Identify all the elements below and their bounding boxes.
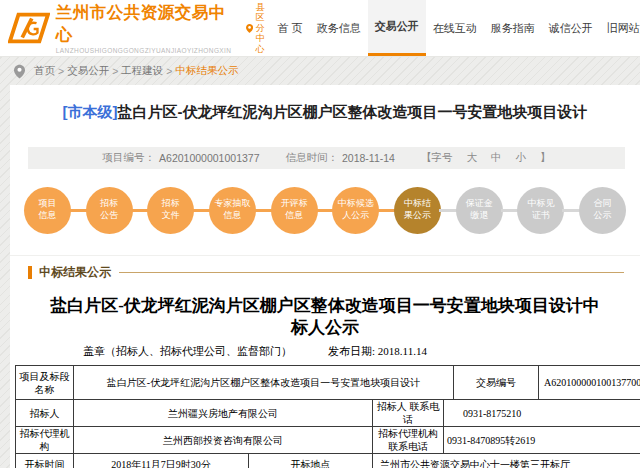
row-label: 项目及标段名称: [16, 366, 74, 399]
step-contract-publicity[interactable]: 合同公示: [579, 187, 626, 234]
section-accent-bar: [28, 266, 32, 279]
breadcrumb-current: 中标结果公示: [175, 64, 238, 78]
row-label2: 开标地点: [249, 454, 373, 468]
brand: 兰州市公共资源交易中心 LANZHOUSHIGONGGONGZIYUANJIAO…: [8, 2, 234, 54]
step-connector: [69, 209, 88, 212]
nav-home[interactable]: 首 页: [271, 0, 310, 56]
breadcrumb-trade-disclosure[interactable]: 交易公开: [67, 64, 109, 78]
stamp-note: 盖章（招标人、招标代理公司、监督部门）: [83, 344, 292, 359]
breadcrumb: 首页 > 交易公开 > 工程建设 > 中标结果公示: [0, 57, 640, 85]
district-subcenter-label: 县区 分中心: [256, 2, 271, 54]
row-label2: 招标代理机构 联系电话: [373, 427, 444, 453]
project-name-value: 盐白片区-伏龙坪红泥沟片区棚户区整体改造项目一号安置地块项目设计: [74, 366, 454, 399]
step-bid-opening[interactable]: 开评标信息: [271, 187, 318, 234]
notice-table-wrap: 项目及标段名称 盐白片区-伏龙坪红泥沟片区棚户区整体改造项目一号安置地块项目设计…: [15, 365, 640, 468]
agency-value: 兰州西部投资咨询有限公司: [74, 427, 373, 453]
row-label2: 招标人 联系电话: [373, 400, 444, 426]
nav-integrity-disclosure[interactable]: 诚信公开: [542, 0, 600, 56]
info-time-value: 2018-11-14: [342, 152, 395, 164]
section-header: 中标结果公示: [10, 255, 640, 281]
project-no-label: 项目编号：: [103, 151, 156, 165]
site-logo-icon: [8, 11, 50, 45]
step-connector: [254, 209, 273, 212]
notice-table: 项目及标段名称 盐白片区-伏龙坪红泥沟片区棚户区整体改造项目一号安置地块项目设计…: [15, 365, 640, 468]
opening-time-value: 2018年11月7日9时30分: [74, 454, 249, 468]
nav-gov-info[interactable]: 政务信息: [310, 0, 368, 56]
content-card: [市本级]盐白片区-伏龙坪红泥沟片区棚户区整体改造项目一号安置地块项目设计 项目…: [10, 85, 640, 468]
row-label2: 交易编号: [454, 366, 539, 399]
article-title-text: 盐白片区-伏龙坪红泥沟片区棚户区整体改造项目一号安置地块项目设计: [118, 103, 588, 120]
font-size-label: 【字号: [421, 151, 453, 165]
table-row: 招标人 兰州疆兴房地产有限公司 招标人 联系电话 0931-8175210: [16, 400, 640, 427]
step-result-publicity[interactable]: 中标结果公示: [394, 187, 441, 234]
step-award-certificate[interactable]: 中标见证书: [517, 187, 564, 234]
font-size-label-close: 】: [540, 151, 551, 165]
font-size-large-button[interactable]: 大: [466, 151, 477, 165]
step-project-info[interactable]: 项目信息: [24, 187, 71, 234]
article-meta-bar: 项目编号： A6201000001001377 信息时间： 2018-11-14…: [28, 147, 625, 169]
section-title: 中标结果公示: [39, 264, 111, 281]
step-connector: [439, 209, 458, 212]
nav-service-guide[interactable]: 服务指南: [484, 0, 542, 56]
project-no-value: A6201000001001377: [159, 152, 259, 164]
breadcrumb-pin-icon: [14, 64, 25, 79]
stamp-row: 盖章（招标人、招标代理公司、监督部门） 发布日期: 2018.11.14: [10, 344, 640, 359]
step-deposit-refund[interactable]: 保证金缴退: [456, 187, 503, 234]
info-time-label: 信息时间：: [286, 151, 339, 165]
notice-title: 盐白片区-伏龙坪红泥沟片区棚户区整体改造项目一号安置地块项目设计中标人公示: [42, 295, 608, 339]
nav-trade-disclosure[interactable]: 交易公开: [368, 0, 426, 56]
tenderer-value: 兰州疆兴房地产有限公司: [74, 400, 373, 426]
opening-place-value: 兰州市公共资源交易中心十一楼第三开标厅: [373, 454, 640, 468]
process-steps: 项目信息 招标公告 招标文件 专家抽取信息 开评标信息 中标候选人公示 中标结果…: [10, 185, 640, 235]
section-divider-line: [119, 272, 624, 273]
breadcrumb-home[interactable]: 首页: [34, 64, 55, 78]
trade-no-value: A620100000100137700100: [539, 366, 640, 399]
step-tender-notice[interactable]: 招标公告: [86, 187, 133, 234]
step-expert-selection[interactable]: 专家抽取信息: [209, 187, 256, 234]
step-tender-documents[interactable]: 招标文件: [147, 187, 194, 234]
tenderer-phone-value: 0931-8175210: [444, 400, 640, 426]
site-title-pinyin: LANZHOUSHIGONGGONGZIYUANJIAOYIZHONGXIN: [56, 47, 234, 54]
row-label: 招标人: [16, 400, 74, 426]
site-header: 兰州市公共资源交易中心 LANZHOUSHIGONGGONGZIYUANJIAO…: [0, 0, 640, 57]
main-nav: 首 页 政务信息 交易公开 在线互动 服务指南 诚信公开 旧网站入口: [271, 0, 640, 56]
font-size-medium-button[interactable]: 中: [491, 151, 502, 165]
table-row: 项目及标段名称 盐白片区-伏龙坪红泥沟片区棚户区整体改造项目一号安置地块项目设计…: [16, 366, 640, 400]
row-label: 开标时间: [16, 454, 74, 468]
district-subcenter-link[interactable]: 县区 分中心: [246, 2, 271, 54]
nav-online-interaction[interactable]: 在线互动: [426, 0, 484, 56]
nav-old-site[interactable]: 旧网站入口: [600, 0, 640, 56]
row-label: 招标代理机构: [16, 427, 74, 453]
step-candidate-publicity[interactable]: 中标候选人公示: [332, 187, 379, 234]
table-row: 开标时间 2018年11月7日9时30分 开标地点 兰州市公共资源交易中心十一楼…: [16, 454, 640, 468]
publish-date: 发布日期: 2018.11.14: [328, 344, 427, 359]
location-pin-icon: [246, 20, 253, 37]
level-tag: [市本级]: [63, 103, 118, 120]
article-title: [市本级]盐白片区-伏龙坪红泥沟片区棚户区整体改造项目一号安置地块项目设计: [10, 101, 640, 123]
table-row: 招标代理机构 兰州西部投资咨询有限公司 招标代理机构 联系电话 0931-847…: [16, 427, 640, 454]
site-title: 兰州市公共资源交易中心: [56, 2, 234, 46]
breadcrumb-construction[interactable]: 工程建设: [121, 64, 163, 78]
font-size-small-button[interactable]: 小: [515, 151, 526, 165]
brand-text: 兰州市公共资源交易中心 LANZHOUSHIGONGGONGZIYUANJIAO…: [56, 2, 234, 54]
agency-phone-value: 0931-8470895转2619: [444, 427, 640, 453]
